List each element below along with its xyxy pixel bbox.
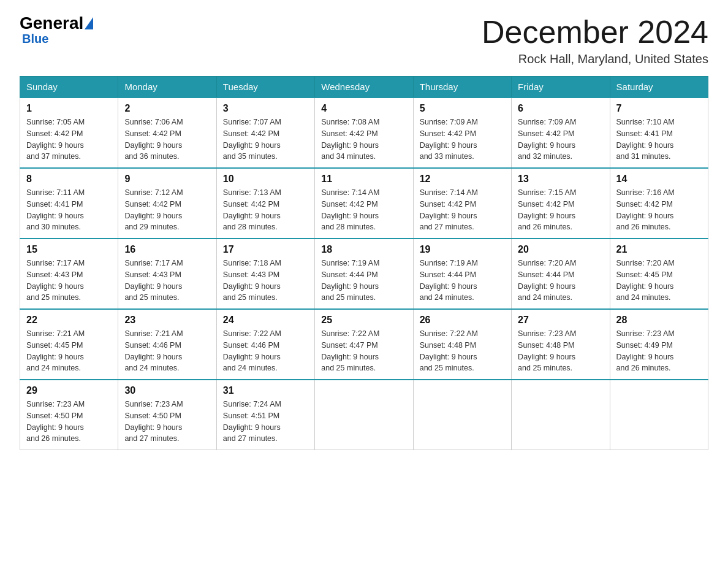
day-number: 8 [26, 174, 112, 185]
calendar-cell: 15Sunrise: 7:17 AMSunset: 4:43 PMDayligh… [20, 239, 118, 309]
calendar-cell: 20Sunrise: 7:20 AMSunset: 4:44 PMDayligh… [512, 239, 610, 309]
day-info: Sunrise: 7:07 AMSunset: 4:42 PMDaylight:… [223, 117, 308, 163]
day-number: 12 [420, 174, 505, 185]
day-info: Sunrise: 7:20 AMSunset: 4:44 PMDaylight:… [518, 258, 603, 304]
day-number: 22 [26, 315, 112, 326]
header-saturday: Saturday [610, 77, 708, 98]
calendar-cell [413, 380, 511, 450]
day-number: 31 [223, 385, 308, 396]
day-info: Sunrise: 7:08 AMSunset: 4:42 PMDaylight:… [321, 117, 406, 163]
calendar-cell [315, 380, 413, 450]
day-info: Sunrise: 7:05 AMSunset: 4:42 PMDaylight:… [26, 117, 112, 163]
calendar-cell: 11Sunrise: 7:14 AMSunset: 4:42 PMDayligh… [315, 168, 413, 239]
day-info: Sunrise: 7:17 AMSunset: 4:43 PMDaylight:… [124, 258, 210, 304]
day-info: Sunrise: 7:11 AMSunset: 4:41 PMDaylight:… [26, 187, 112, 233]
day-number: 23 [124, 315, 210, 326]
header-thursday: Thursday [413, 77, 511, 98]
day-number: 11 [321, 174, 406, 185]
day-number: 1 [26, 103, 112, 114]
day-info: Sunrise: 7:19 AMSunset: 4:44 PMDaylight:… [321, 258, 406, 304]
calendar-cell: 7Sunrise: 7:10 AMSunset: 4:41 PMDaylight… [610, 98, 708, 168]
day-info: Sunrise: 7:17 AMSunset: 4:43 PMDaylight:… [26, 258, 112, 304]
day-info: Sunrise: 7:09 AMSunset: 4:42 PMDaylight:… [518, 117, 603, 163]
header-monday: Monday [118, 77, 216, 98]
calendar-cell: 16Sunrise: 7:17 AMSunset: 4:43 PMDayligh… [118, 239, 216, 309]
day-number: 2 [124, 103, 210, 114]
header-wednesday: Wednesday [315, 77, 413, 98]
calendar-cell: 9Sunrise: 7:12 AMSunset: 4:42 PMDaylight… [118, 168, 216, 239]
logo-triangle-icon [85, 17, 93, 29]
day-number: 27 [518, 315, 603, 326]
day-info: Sunrise: 7:18 AMSunset: 4:43 PMDaylight:… [223, 258, 308, 304]
day-info: Sunrise: 7:22 AMSunset: 4:46 PMDaylight:… [223, 328, 308, 374]
calendar-cell: 28Sunrise: 7:23 AMSunset: 4:49 PMDayligh… [610, 309, 708, 380]
calendar-cell [610, 380, 708, 450]
header-sunday: Sunday [20, 77, 118, 98]
day-number: 17 [223, 244, 308, 255]
day-number: 5 [420, 103, 505, 114]
calendar-cell: 29Sunrise: 7:23 AMSunset: 4:50 PMDayligh… [20, 380, 118, 450]
calendar-cell: 1Sunrise: 7:05 AMSunset: 4:42 PMDaylight… [20, 98, 118, 168]
day-number: 13 [518, 174, 603, 185]
calendar-cell: 21Sunrise: 7:20 AMSunset: 4:45 PMDayligh… [610, 239, 708, 309]
title-section: December 2024 Rock Hall, Maryland, Unite… [482, 15, 708, 66]
day-number: 10 [223, 174, 308, 185]
calendar-cell [512, 380, 610, 450]
calendar-cell: 25Sunrise: 7:22 AMSunset: 4:47 PMDayligh… [315, 309, 413, 380]
calendar-cell: 17Sunrise: 7:18 AMSunset: 4:43 PMDayligh… [216, 239, 314, 309]
calendar-cell: 24Sunrise: 7:22 AMSunset: 4:46 PMDayligh… [216, 309, 314, 380]
calendar-cell: 26Sunrise: 7:22 AMSunset: 4:48 PMDayligh… [413, 309, 511, 380]
day-number: 9 [124, 174, 210, 185]
calendar-cell: 14Sunrise: 7:16 AMSunset: 4:42 PMDayligh… [610, 168, 708, 239]
day-info: Sunrise: 7:19 AMSunset: 4:44 PMDaylight:… [420, 258, 505, 304]
calendar-cell: 22Sunrise: 7:21 AMSunset: 4:45 PMDayligh… [20, 309, 118, 380]
day-info: Sunrise: 7:15 AMSunset: 4:42 PMDaylight:… [518, 187, 603, 233]
day-number: 28 [616, 315, 702, 326]
logo-general: General [20, 15, 83, 32]
day-number: 6 [518, 103, 603, 114]
day-info: Sunrise: 7:10 AMSunset: 4:41 PMDaylight:… [616, 117, 702, 163]
week-row-2: 8Sunrise: 7:11 AMSunset: 4:41 PMDaylight… [20, 168, 708, 239]
day-number: 25 [321, 315, 406, 326]
calendar-cell: 19Sunrise: 7:19 AMSunset: 4:44 PMDayligh… [413, 239, 511, 309]
day-info: Sunrise: 7:24 AMSunset: 4:51 PMDaylight:… [223, 399, 308, 445]
calendar-cell: 6Sunrise: 7:09 AMSunset: 4:42 PMDaylight… [512, 98, 610, 168]
day-info: Sunrise: 7:16 AMSunset: 4:42 PMDaylight:… [616, 187, 702, 233]
day-info: Sunrise: 7:21 AMSunset: 4:46 PMDaylight:… [124, 328, 210, 374]
calendar-cell: 27Sunrise: 7:23 AMSunset: 4:48 PMDayligh… [512, 309, 610, 380]
calendar-cell: 5Sunrise: 7:09 AMSunset: 4:42 PMDaylight… [413, 98, 511, 168]
day-number: 4 [321, 103, 406, 114]
day-number: 21 [616, 244, 702, 255]
day-number: 19 [420, 244, 505, 255]
day-info: Sunrise: 7:20 AMSunset: 4:45 PMDaylight:… [616, 258, 702, 304]
day-info: Sunrise: 7:23 AMSunset: 4:48 PMDaylight:… [518, 328, 603, 374]
day-info: Sunrise: 7:06 AMSunset: 4:42 PMDaylight:… [124, 117, 210, 163]
day-number: 30 [124, 385, 210, 396]
week-row-5: 29Sunrise: 7:23 AMSunset: 4:50 PMDayligh… [20, 380, 708, 450]
day-number: 14 [616, 174, 702, 185]
day-number: 24 [223, 315, 308, 326]
day-info: Sunrise: 7:14 AMSunset: 4:42 PMDaylight:… [420, 187, 505, 233]
week-row-3: 15Sunrise: 7:17 AMSunset: 4:43 PMDayligh… [20, 239, 708, 309]
day-info: Sunrise: 7:09 AMSunset: 4:42 PMDaylight:… [420, 117, 505, 163]
calendar-cell: 2Sunrise: 7:06 AMSunset: 4:42 PMDaylight… [118, 98, 216, 168]
page-header: General Blue December 2024 Rock Hall, Ma… [20, 15, 708, 66]
day-info: Sunrise: 7:22 AMSunset: 4:47 PMDaylight:… [321, 328, 406, 374]
calendar-cell: 18Sunrise: 7:19 AMSunset: 4:44 PMDayligh… [315, 239, 413, 309]
calendar-table: SundayMondayTuesdayWednesdayThursdayFrid… [20, 76, 708, 450]
calendar-header-row: SundayMondayTuesdayWednesdayThursdayFrid… [20, 77, 708, 98]
day-number: 15 [26, 244, 112, 255]
week-row-4: 22Sunrise: 7:21 AMSunset: 4:45 PMDayligh… [20, 309, 708, 380]
day-info: Sunrise: 7:23 AMSunset: 4:50 PMDaylight:… [26, 399, 112, 445]
calendar-cell: 10Sunrise: 7:13 AMSunset: 4:42 PMDayligh… [216, 168, 314, 239]
calendar-title: December 2024 [482, 15, 708, 50]
day-number: 3 [223, 103, 308, 114]
day-info: Sunrise: 7:21 AMSunset: 4:45 PMDaylight:… [26, 328, 112, 374]
calendar-cell: 23Sunrise: 7:21 AMSunset: 4:46 PMDayligh… [118, 309, 216, 380]
day-number: 20 [518, 244, 603, 255]
calendar-cell: 30Sunrise: 7:23 AMSunset: 4:50 PMDayligh… [118, 380, 216, 450]
calendar-cell: 4Sunrise: 7:08 AMSunset: 4:42 PMDaylight… [315, 98, 413, 168]
header-friday: Friday [512, 77, 610, 98]
day-number: 16 [124, 244, 210, 255]
header-tuesday: Tuesday [216, 77, 314, 98]
